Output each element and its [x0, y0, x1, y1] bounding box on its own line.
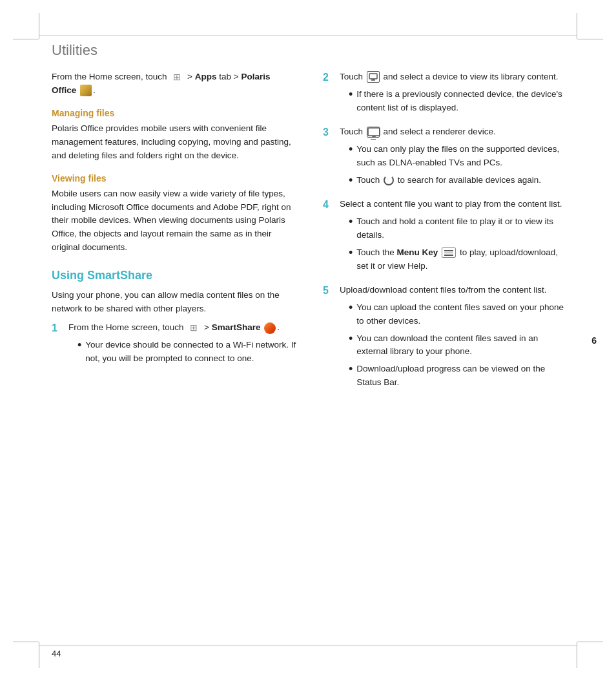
bullet-dot: •	[77, 339, 81, 366]
smartshare-icon	[264, 322, 276, 334]
step-5-bullet-1: • You can upload the content files saved…	[349, 301, 564, 328]
step-1-bullet-1-text: Your device should be connected to a Wi-…	[85, 339, 297, 366]
using-smartshare-intro: Using your phone, you can allow media co…	[52, 289, 297, 316]
right-column: 2 Touch and select a device to view its …	[323, 70, 564, 400]
step-5-text: Upload/download content files to/from th…	[340, 285, 546, 295]
refresh-icon	[384, 175, 394, 185]
step-3-bullets: • You can only play the files on the sup…	[349, 143, 564, 187]
using-smartshare-heading: Using SmartShare	[52, 269, 297, 282]
step-2-number: 2	[323, 70, 334, 119]
svg-rect-0	[369, 74, 377, 79]
step-4-content: Select a content file you want to play f…	[340, 198, 564, 277]
step1-apps-grid-icon: ⊞	[187, 323, 200, 333]
step-4-bullet-2: • Touch the Menu Key to play, upload/dow…	[349, 246, 564, 273]
bullet-dot: •	[349, 332, 353, 359]
step-5-bullet-2-text: You can download the content files saved…	[356, 332, 564, 359]
polaris-icon	[80, 85, 92, 96]
intro-paragraph: From the Home screen, touch ⊞ > Apps tab…	[52, 70, 297, 98]
step-3-number: 3	[323, 125, 334, 191]
tv-icon	[367, 71, 380, 83]
bullet-dot: •	[349, 174, 353, 188]
step-3-bullet-1: • You can only play the files on the sup…	[349, 143, 564, 170]
step-5-number: 5	[323, 284, 334, 393]
step-3: 3 Touch and select a renderer device. •	[323, 125, 564, 191]
step-5-bullet-3-text: Download/upload progress can be viewed o…	[356, 362, 564, 390]
step-5-bullet-2: • You can download the content files sav…	[349, 332, 564, 359]
step-1: 1 From the Home screen, touch ⊞ > SmartS…	[52, 321, 297, 370]
step-2-bullet-1: • If there is a previously connected dev…	[349, 88, 564, 115]
step-5-bullets: • You can upload the content files saved…	[349, 301, 564, 390]
step-2: 2 Touch and select a device to view its …	[323, 70, 564, 119]
step-4-number: 4	[323, 198, 334, 277]
svg-rect-3	[368, 128, 380, 136]
monitor-icon	[367, 127, 380, 138]
step-5-bullet-3: • Download/upload progress can be viewed…	[349, 362, 564, 390]
managing-files-heading: Managing files	[52, 108, 297, 118]
menu-key-label: Menu Key	[397, 247, 438, 257]
step-1-bullet-1: • Your device should be connected to a W…	[77, 339, 297, 366]
smartshare-label: SmartShare	[212, 322, 261, 332]
step-1-number: 1	[52, 321, 63, 370]
step-1-bullets: • Your device should be connected to a W…	[77, 339, 297, 366]
step-5: 5 Upload/download content files to/from …	[323, 284, 564, 393]
page-title: Utilities	[52, 42, 564, 59]
step-3-bullet-2-text: Touch to search for available devices ag…	[356, 174, 564, 188]
main-content: From the Home screen, touch ⊞ > Apps tab…	[52, 70, 564, 400]
apps-label: Apps	[195, 72, 217, 81]
step-2-bullet-1-text: If there is a previously connected devic…	[356, 88, 564, 115]
step-3-bullet-1-text: You can only play the files on the suppo…	[356, 143, 564, 170]
step-3-content: Touch and select a renderer device. • Yo…	[340, 125, 564, 191]
apps-grid-icon: ⊞	[170, 72, 183, 82]
step-2-content: Touch and select a device to view its li…	[340, 70, 564, 119]
bullet-dot: •	[349, 143, 353, 170]
bullet-dot: •	[349, 246, 353, 273]
bullet-dot: •	[349, 215, 353, 242]
viewing-files-heading: Viewing files	[52, 173, 297, 183]
step-1-content: From the Home screen, touch ⊞ > SmartSha…	[68, 321, 297, 370]
step-4-text: Select a content file you want to play f…	[340, 199, 562, 209]
step-4-bullets: • Touch and hold a content file to play …	[349, 215, 564, 273]
step-3-bullet-2: • Touch to search for available devices …	[349, 174, 564, 188]
step-4-bullet-2-text: Touch the Menu Key to play, upload/downl…	[356, 246, 564, 273]
step-2-bullets: • If there is a previously connected dev…	[349, 88, 564, 115]
left-column: From the Home screen, touch ⊞ > Apps tab…	[52, 70, 297, 400]
menu-key-icon	[442, 247, 456, 258]
page-number: 44	[52, 649, 61, 658]
bullet-dot: •	[349, 362, 353, 390]
bullet-dot: •	[349, 88, 353, 115]
bullet-dot: •	[349, 301, 353, 328]
managing-files-body: Polaris Office provides mobile users wit…	[52, 122, 297, 163]
viewing-files-body: Mobile users can now easily view a wide …	[52, 187, 297, 255]
step-4-bullet-1: • Touch and hold a content file to play …	[349, 215, 564, 242]
step-5-content: Upload/download content files to/from th…	[340, 284, 564, 393]
step-4: 4 Select a content file you want to play…	[323, 198, 564, 277]
step-5-bullet-1-text: You can upload the content files saved o…	[356, 301, 564, 328]
step-4-bullet-1-text: Touch and hold a content file to play it…	[356, 215, 564, 242]
